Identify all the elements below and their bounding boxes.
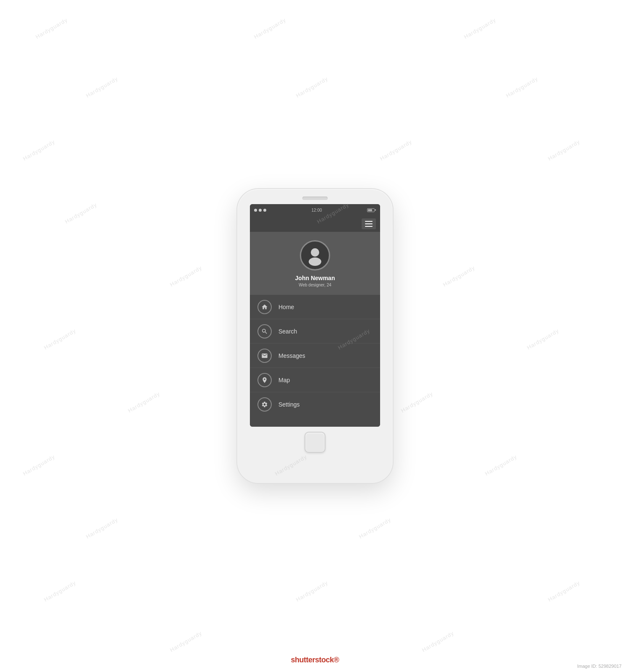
shutterstock-bar: shutterstock® (0, 656, 630, 664)
watermark-4: Hardyguardy (295, 76, 329, 99)
watermark-27: Hardyguardy (421, 630, 455, 654)
phone-mockup: 12:00 John Newm (237, 189, 393, 483)
app-header (250, 216, 380, 232)
watermark-24: Hardyguardy (295, 580, 329, 603)
status-dot-3 (263, 209, 266, 212)
watermark-1: Hardyguardy (253, 17, 287, 40)
settings-icon (261, 401, 268, 408)
watermark-12: Hardyguardy (442, 265, 476, 288)
menu-item-messages[interactable]: Messages (250, 344, 380, 368)
messages-label: Messages (278, 352, 305, 359)
map-label: Map (278, 377, 290, 383)
shutterstock-id: Image ID: 529829017 (577, 664, 622, 669)
watermark-18: Hardyguardy (22, 454, 56, 477)
messages-icon-circle (257, 349, 272, 363)
watermark-25: Hardyguardy (547, 580, 581, 603)
search-icon-circle (257, 324, 272, 339)
status-dot-1 (254, 209, 257, 212)
menu-item-settings[interactable]: Settings (250, 392, 380, 417)
shutterstock-logo: shutterstock® (291, 656, 339, 664)
battery-icon (367, 208, 376, 212)
phone-speaker (302, 197, 328, 200)
home-label: Home (278, 304, 294, 310)
svg-point-1 (309, 257, 321, 266)
search-icon (261, 328, 268, 335)
watermark-9: Hardyguardy (64, 202, 98, 225)
profile-section: John Newman Web designer, 24 (250, 232, 380, 295)
watermark-8: Hardyguardy (547, 139, 581, 162)
hamburger-button[interactable] (362, 218, 376, 229)
phone-screen: 12:00 John Newm (250, 204, 380, 427)
watermark-13: Hardyguardy (43, 328, 77, 351)
watermark-3: Hardyguardy (85, 76, 119, 99)
home-button[interactable] (304, 432, 326, 453)
messages-icon (261, 352, 268, 359)
watermark-7: Hardyguardy (379, 139, 413, 162)
watermark-5: Hardyguardy (505, 76, 539, 99)
watermark-21: Hardyguardy (85, 517, 119, 540)
avatar-svg (304, 245, 326, 266)
map-icon (261, 377, 268, 383)
hamburger-line-1 (365, 221, 373, 222)
watermark-15: Hardyguardy (526, 328, 560, 351)
menu-item-map[interactable]: Map (250, 368, 380, 392)
status-dot-2 (259, 209, 262, 212)
map-icon-circle (257, 373, 272, 387)
svg-point-0 (311, 248, 319, 257)
status-bar: 12:00 (250, 204, 380, 216)
watermark-0: Hardyguardy (34, 17, 68, 40)
watermark-22: Hardyguardy (358, 517, 392, 540)
settings-icon-circle (257, 397, 272, 412)
hamburger-line-2 (365, 223, 373, 224)
avatar (300, 240, 330, 270)
status-dots (254, 209, 266, 212)
watermark-6: Hardyguardy (22, 139, 56, 162)
phone-bottom (304, 432, 326, 453)
profile-subtitle: Web designer, 24 (299, 283, 331, 287)
watermark-17: Hardyguardy (400, 391, 434, 414)
watermark-11: Hardyguardy (169, 265, 203, 288)
hamburger-line-3 (365, 226, 373, 227)
watermark-20: Hardyguardy (484, 454, 518, 477)
home-icon (261, 304, 268, 310)
menu-item-home[interactable]: Home (250, 295, 380, 319)
search-label: Search (278, 328, 297, 335)
menu-item-search[interactable]: Search (250, 319, 380, 344)
watermark-16: Hardyguardy (127, 391, 161, 414)
watermark-2: Hardyguardy (463, 17, 497, 40)
home-icon-circle (257, 300, 272, 314)
profile-name: John Newman (295, 275, 335, 281)
watermark-26: Hardyguardy (169, 630, 203, 654)
watermark-23: Hardyguardy (43, 580, 77, 603)
settings-label: Settings (278, 401, 300, 408)
status-time: 12:00 (311, 208, 322, 213)
menu-list: Home Search Messages (250, 295, 380, 427)
